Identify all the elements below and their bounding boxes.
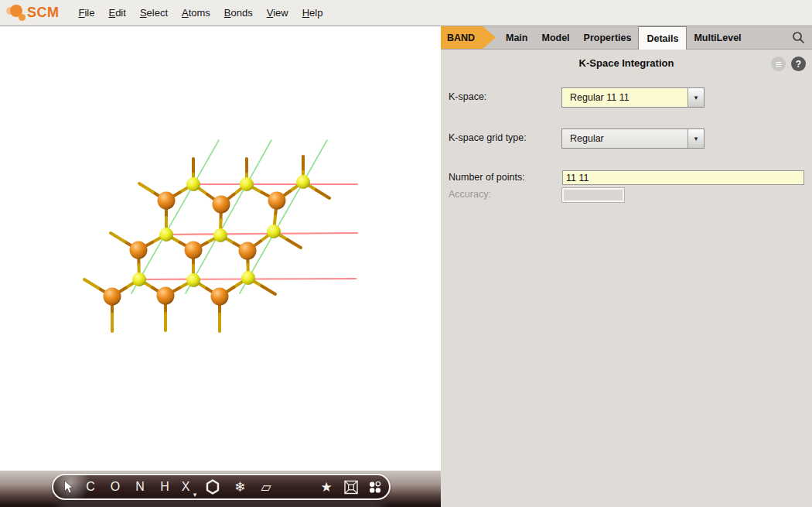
atom-orange[interactable] xyxy=(268,192,286,210)
element-c-button[interactable]: C xyxy=(86,475,95,498)
atom-style-balls-icon[interactable] xyxy=(369,475,382,498)
atom-orange[interactable] xyxy=(213,196,230,214)
atom-yellow[interactable] xyxy=(241,271,255,285)
tab-properties[interactable]: Properties xyxy=(577,26,639,49)
ring-tool-icon[interactable] xyxy=(206,475,220,498)
atom-orange[interactable] xyxy=(130,242,148,259)
plane-tool-icon[interactable]: ▱ xyxy=(261,475,271,498)
atom-yellow[interactable] xyxy=(213,228,227,242)
molecule-svg[interactable] xyxy=(0,26,441,471)
menu-atoms[interactable]: Atoms xyxy=(175,0,217,26)
crystal-tool-icon[interactable]: ❄ xyxy=(234,475,245,498)
grid-type-combo-value: Regular xyxy=(562,133,604,144)
atom-yellow[interactable] xyxy=(296,175,310,189)
grid-type-combo-caret-icon[interactable]: ▾ xyxy=(687,129,704,148)
menu-view[interactable]: View xyxy=(260,0,295,26)
atom-yellow[interactable] xyxy=(186,177,200,191)
atom-yellow[interactable] xyxy=(186,273,200,287)
half-bond xyxy=(84,279,98,288)
help-button[interactable]: ? xyxy=(791,57,806,71)
grid-type-combo[interactable]: Regular ▾ xyxy=(561,128,705,149)
perspective-view-icon[interactable] xyxy=(344,475,359,498)
tab-multilevel[interactable]: MultiLevel xyxy=(687,26,748,49)
tab-bar: BAND Main Model Properties Details Multi… xyxy=(441,26,812,50)
molecule-viewport[interactable]: C O N H X ▾ ❄ ▱ ★ xyxy=(0,26,441,507)
grid-type-label: K-space grid type: xyxy=(449,132,527,143)
atom-yellow[interactable] xyxy=(132,272,146,286)
atom-yellow[interactable] xyxy=(267,224,281,238)
element-h-button[interactable]: H xyxy=(160,475,169,498)
atom-orange[interactable] xyxy=(157,287,175,305)
atom-yellow[interactable] xyxy=(159,228,173,242)
tab-band[interactable]: BAND xyxy=(441,26,496,49)
kspace-label: K-space: xyxy=(449,91,486,102)
scm-logo-text: SCM xyxy=(27,5,60,21)
tab-model[interactable]: Model xyxy=(534,26,576,49)
half-bond xyxy=(139,183,153,192)
scm-logo: SCM xyxy=(6,0,60,26)
toolbar-pill: C O N H X ▾ ❄ ▱ ★ xyxy=(52,474,391,500)
menu-help[interactable]: Help xyxy=(295,0,330,26)
atom-orange[interactable] xyxy=(185,242,203,259)
lattice-vector-line-red xyxy=(166,233,357,235)
menu-edit[interactable]: Edit xyxy=(101,0,132,26)
element-n-button[interactable]: N xyxy=(135,475,145,498)
half-bond xyxy=(111,233,125,242)
half-bond xyxy=(288,240,302,248)
atom-orange[interactable] xyxy=(211,288,229,306)
atom-orange[interactable] xyxy=(158,192,176,210)
menu-select[interactable]: Select xyxy=(133,0,175,26)
panel-title: K-Space Integration xyxy=(441,57,812,69)
atom-yellow[interactable] xyxy=(240,177,254,191)
settings-panel: BAND Main Model Properties Details Multi… xyxy=(441,26,812,507)
menu-bonds[interactable]: Bonds xyxy=(217,0,260,26)
atom-orange[interactable] xyxy=(239,242,257,260)
lattice-vector-line-green xyxy=(131,140,219,293)
tab-details[interactable]: Details xyxy=(638,26,687,50)
kspace-combo-caret-icon[interactable]: ▾ xyxy=(687,88,704,107)
pointer-tool-icon[interactable] xyxy=(63,475,73,498)
accuracy-input xyxy=(562,188,624,202)
lattice-vector-line-green xyxy=(186,140,271,293)
lattice-vector-line-green xyxy=(240,140,327,293)
kspace-combo[interactable]: Regular 11 11 ▾ xyxy=(561,87,705,108)
accuracy-label: Accuracy: xyxy=(449,189,491,200)
menu-file[interactable]: File xyxy=(72,0,102,26)
section-menu-button[interactable]: ≡ xyxy=(771,57,786,71)
search-button[interactable] xyxy=(792,26,812,49)
atom-orange[interactable] xyxy=(104,288,121,306)
search-icon xyxy=(792,31,805,44)
element-x-dropdown-caret-icon[interactable]: ▾ xyxy=(193,475,197,506)
favorites-star-icon[interactable]: ★ xyxy=(320,475,332,498)
num-points-label: Number of points: xyxy=(449,172,525,183)
half-bond xyxy=(262,286,276,295)
kspace-combo-value: Regular 11 11 xyxy=(562,92,629,103)
menu-bar: SCM File Edit Select Atoms Bonds View He… xyxy=(0,0,812,26)
toolbar-band: C O N H X ▾ ❄ ▱ ★ xyxy=(0,471,441,507)
element-o-button[interactable]: O xyxy=(111,475,120,498)
num-points-input[interactable] xyxy=(562,170,804,185)
half-bond xyxy=(316,190,329,199)
tab-main[interactable]: Main xyxy=(499,26,534,49)
element-x-button[interactable]: X xyxy=(182,475,190,498)
